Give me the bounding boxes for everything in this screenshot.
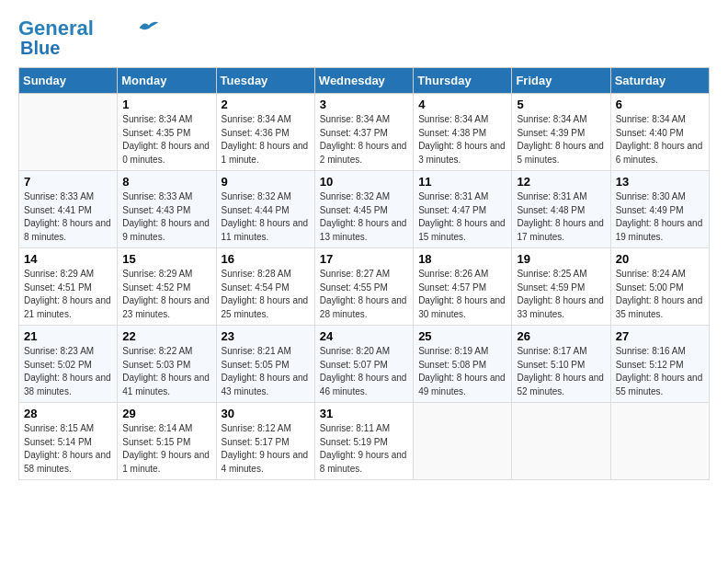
calendar-day-cell: 20 Sunrise: 8:24 AM Sunset: 5:00 PM Dayl… bbox=[610, 248, 709, 326]
day-info: Sunrise: 8:29 AM Sunset: 4:52 PM Dayligh… bbox=[122, 268, 210, 321]
calendar-week-row: 1 Sunrise: 8:34 AM Sunset: 4:35 PM Dayli… bbox=[19, 94, 710, 171]
day-info: Sunrise: 8:34 AM Sunset: 4:35 PM Dayligh… bbox=[122, 113, 210, 167]
weekday-header: Wednesday bbox=[314, 68, 413, 94]
calendar-day-cell: 10 Sunrise: 8:32 AM Sunset: 4:45 PM Dayl… bbox=[314, 171, 413, 248]
day-info: Sunrise: 8:33 AM Sunset: 4:41 PM Dayligh… bbox=[24, 190, 112, 244]
logo-blue: Blue bbox=[20, 38, 60, 58]
day-number: 15 bbox=[122, 252, 210, 266]
calendar-day-cell: 4 Sunrise: 8:34 AM Sunset: 4:38 PM Dayli… bbox=[414, 94, 512, 171]
calendar-day-cell: 24 Sunrise: 8:20 AM Sunset: 5:07 PM Dayl… bbox=[314, 326, 413, 403]
day-number: 20 bbox=[616, 252, 704, 266]
day-info: Sunrise: 8:25 AM Sunset: 4:59 PM Dayligh… bbox=[517, 268, 605, 321]
day-info: Sunrise: 8:19 AM Sunset: 5:08 PM Dayligh… bbox=[418, 345, 506, 398]
day-number: 17 bbox=[320, 252, 408, 266]
day-number: 18 bbox=[418, 252, 506, 266]
day-number: 30 bbox=[222, 407, 310, 420]
day-info: Sunrise: 8:16 AM Sunset: 5:12 PM Dayligh… bbox=[616, 345, 704, 398]
day-info: Sunrise: 8:15 AM Sunset: 5:14 PM Dayligh… bbox=[24, 422, 112, 476]
day-number: 19 bbox=[517, 252, 605, 266]
day-number: 11 bbox=[418, 175, 506, 189]
logo-bird-icon bbox=[138, 19, 160, 34]
day-number: 23 bbox=[222, 329, 310, 343]
calendar-day-cell: 31 Sunrise: 8:11 AM Sunset: 5:19 PM Dayl… bbox=[314, 403, 413, 480]
calendar-day-cell: 30 Sunrise: 8:12 AM Sunset: 5:17 PM Dayl… bbox=[216, 403, 314, 480]
calendar-day-cell: 1 Sunrise: 8:34 AM Sunset: 4:35 PM Dayli… bbox=[118, 94, 216, 171]
day-number: 27 bbox=[616, 329, 704, 343]
day-number: 1 bbox=[122, 98, 210, 111]
calendar-week-row: 14 Sunrise: 8:29 AM Sunset: 4:51 PM Dayl… bbox=[19, 248, 710, 326]
day-info: Sunrise: 8:24 AM Sunset: 5:00 PM Dayligh… bbox=[616, 268, 704, 321]
weekday-header: Tuesday bbox=[216, 68, 314, 94]
calendar-day-cell bbox=[19, 94, 118, 171]
day-number: 10 bbox=[320, 175, 408, 189]
weekday-header: Thursday bbox=[414, 68, 512, 94]
calendar-day-cell: 17 Sunrise: 8:27 AM Sunset: 4:55 PM Dayl… bbox=[314, 248, 413, 326]
calendar-week-row: 21 Sunrise: 8:23 AM Sunset: 5:02 PM Dayl… bbox=[19, 326, 710, 403]
calendar-day-cell bbox=[610, 403, 709, 480]
calendar-day-cell: 28 Sunrise: 8:15 AM Sunset: 5:14 PM Dayl… bbox=[19, 403, 118, 480]
day-info: Sunrise: 8:23 AM Sunset: 5:02 PM Dayligh… bbox=[24, 345, 112, 398]
calendar-week-row: 7 Sunrise: 8:33 AM Sunset: 4:41 PM Dayli… bbox=[19, 171, 710, 248]
weekday-header: Sunday bbox=[19, 68, 118, 94]
calendar-day-cell bbox=[414, 403, 512, 480]
page-header: General Blue bbox=[18, 18, 710, 58]
day-number: 8 bbox=[122, 175, 210, 189]
calendar-day-cell: 5 Sunrise: 8:34 AM Sunset: 4:39 PM Dayli… bbox=[512, 94, 610, 171]
day-info: Sunrise: 8:34 AM Sunset: 4:38 PM Dayligh… bbox=[418, 113, 506, 167]
day-info: Sunrise: 8:22 AM Sunset: 5:03 PM Dayligh… bbox=[122, 345, 210, 398]
day-number: 31 bbox=[320, 407, 408, 420]
day-number: 22 bbox=[122, 329, 210, 343]
day-number: 2 bbox=[222, 98, 310, 111]
weekday-header: Monday bbox=[118, 68, 216, 94]
day-info: Sunrise: 8:34 AM Sunset: 4:39 PM Dayligh… bbox=[517, 113, 605, 167]
day-number: 29 bbox=[122, 407, 210, 420]
day-number: 12 bbox=[517, 175, 605, 189]
calendar-table: SundayMondayTuesdayWednesdayThursdayFrid… bbox=[18, 67, 710, 480]
day-number: 9 bbox=[222, 175, 310, 189]
day-number: 5 bbox=[517, 98, 605, 111]
day-info: Sunrise: 8:21 AM Sunset: 5:05 PM Dayligh… bbox=[222, 345, 310, 398]
day-number: 26 bbox=[517, 329, 605, 343]
day-number: 24 bbox=[320, 329, 408, 343]
logo-text: General bbox=[18, 18, 94, 39]
calendar-day-cell: 2 Sunrise: 8:34 AM Sunset: 4:36 PM Dayli… bbox=[216, 94, 314, 171]
day-info: Sunrise: 8:34 AM Sunset: 4:40 PM Dayligh… bbox=[616, 113, 704, 167]
calendar-day-cell: 27 Sunrise: 8:16 AM Sunset: 5:12 PM Dayl… bbox=[610, 326, 709, 403]
day-info: Sunrise: 8:11 AM Sunset: 5:19 PM Dayligh… bbox=[320, 422, 408, 476]
day-number: 21 bbox=[24, 329, 112, 343]
calendar-day-cell: 26 Sunrise: 8:17 AM Sunset: 5:10 PM Dayl… bbox=[512, 326, 610, 403]
day-info: Sunrise: 8:34 AM Sunset: 4:36 PM Dayligh… bbox=[222, 113, 310, 167]
calendar-day-cell: 19 Sunrise: 8:25 AM Sunset: 4:59 PM Dayl… bbox=[512, 248, 610, 326]
day-number: 13 bbox=[616, 175, 704, 189]
calendar-day-cell: 13 Sunrise: 8:30 AM Sunset: 4:49 PM Dayl… bbox=[610, 171, 709, 248]
calendar-day-cell: 14 Sunrise: 8:29 AM Sunset: 4:51 PM Dayl… bbox=[19, 248, 118, 326]
day-info: Sunrise: 8:20 AM Sunset: 5:07 PM Dayligh… bbox=[320, 345, 408, 398]
calendar-day-cell: 23 Sunrise: 8:21 AM Sunset: 5:05 PM Dayl… bbox=[216, 326, 314, 403]
calendar-day-cell: 12 Sunrise: 8:31 AM Sunset: 4:48 PM Dayl… bbox=[512, 171, 610, 248]
weekday-header: Saturday bbox=[610, 68, 709, 94]
calendar-day-cell: 15 Sunrise: 8:29 AM Sunset: 4:52 PM Dayl… bbox=[118, 248, 216, 326]
day-info: Sunrise: 8:17 AM Sunset: 5:10 PM Dayligh… bbox=[517, 345, 605, 398]
day-number: 6 bbox=[616, 98, 704, 111]
day-info: Sunrise: 8:27 AM Sunset: 4:55 PM Dayligh… bbox=[320, 268, 408, 321]
calendar-day-cell: 22 Sunrise: 8:22 AM Sunset: 5:03 PM Dayl… bbox=[118, 326, 216, 403]
day-info: Sunrise: 8:31 AM Sunset: 4:47 PM Dayligh… bbox=[418, 190, 506, 244]
day-info: Sunrise: 8:14 AM Sunset: 5:15 PM Dayligh… bbox=[122, 422, 210, 476]
calendar-day-cell bbox=[512, 403, 610, 480]
logo: General Blue bbox=[18, 18, 160, 58]
calendar-day-cell: 9 Sunrise: 8:32 AM Sunset: 4:44 PM Dayli… bbox=[216, 171, 314, 248]
logo-general: General bbox=[18, 17, 94, 40]
calendar-week-row: 28 Sunrise: 8:15 AM Sunset: 5:14 PM Dayl… bbox=[19, 403, 710, 480]
day-info: Sunrise: 8:33 AM Sunset: 4:43 PM Dayligh… bbox=[122, 190, 210, 244]
day-info: Sunrise: 8:32 AM Sunset: 4:44 PM Dayligh… bbox=[222, 190, 310, 244]
day-number: 3 bbox=[320, 98, 408, 111]
day-info: Sunrise: 8:12 AM Sunset: 5:17 PM Dayligh… bbox=[222, 422, 310, 476]
calendar-day-cell: 3 Sunrise: 8:34 AM Sunset: 4:37 PM Dayli… bbox=[314, 94, 413, 171]
calendar-day-cell: 25 Sunrise: 8:19 AM Sunset: 5:08 PM Dayl… bbox=[414, 326, 512, 403]
calendar-day-cell: 8 Sunrise: 8:33 AM Sunset: 4:43 PM Dayli… bbox=[118, 171, 216, 248]
day-info: Sunrise: 8:29 AM Sunset: 4:51 PM Dayligh… bbox=[24, 268, 112, 321]
calendar-day-cell: 7 Sunrise: 8:33 AM Sunset: 4:41 PM Dayli… bbox=[19, 171, 118, 248]
day-info: Sunrise: 8:34 AM Sunset: 4:37 PM Dayligh… bbox=[320, 113, 408, 167]
weekday-header: Friday bbox=[512, 68, 610, 94]
day-info: Sunrise: 8:32 AM Sunset: 4:45 PM Dayligh… bbox=[320, 190, 408, 244]
